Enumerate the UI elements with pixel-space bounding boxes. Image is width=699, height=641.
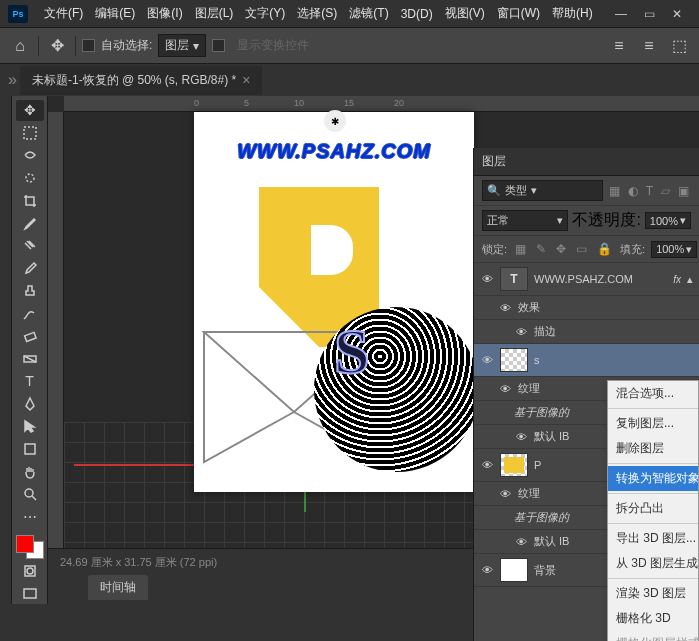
color-swatches[interactable] xyxy=(16,535,44,559)
visibility-icon[interactable]: 👁 xyxy=(498,488,512,500)
fx-badge[interactable]: fx xyxy=(673,274,681,285)
eyedropper-tool[interactable] xyxy=(16,213,44,234)
menu-edit[interactable]: 编辑(E) xyxy=(89,1,141,26)
close-button[interactable]: ✕ xyxy=(663,2,691,26)
ctx-convert-smart-object[interactable]: 转换为智能对象 xyxy=(608,466,698,491)
gradient-tool[interactable] xyxy=(16,348,44,369)
menu-view[interactable]: 视图(V) xyxy=(439,1,491,26)
visibility-icon[interactable]: 👁 xyxy=(514,431,528,443)
opacity-input[interactable]: 100%▾ xyxy=(645,212,691,229)
ctx-duplicate-layer[interactable]: 复制图层... xyxy=(608,411,698,436)
history-brush-tool[interactable] xyxy=(16,303,44,324)
visibility-icon[interactable]: 👁 xyxy=(514,536,528,548)
visibility-icon[interactable]: 👁 xyxy=(480,459,494,471)
layer-effect-row[interactable]: 👁 描边 xyxy=(474,320,699,344)
lasso-tool[interactable] xyxy=(16,145,44,166)
edit-toolbar[interactable]: ⋯ xyxy=(16,506,44,527)
lock-move-icon[interactable]: ✥ xyxy=(554,240,568,258)
visibility-icon[interactable]: 👁 xyxy=(498,302,512,314)
menu-image[interactable]: 图像(I) xyxy=(141,1,188,26)
visibility-icon[interactable]: 👁 xyxy=(480,273,494,285)
svg-line-4 xyxy=(24,356,36,362)
lock-artboard-icon[interactable]: ▭ xyxy=(574,240,589,258)
dock-toggle-icon[interactable]: » xyxy=(8,71,20,89)
menu-window[interactable]: 窗口(W) xyxy=(491,1,546,26)
ctx-export-3d[interactable]: 导出 3D 图层... xyxy=(608,526,698,551)
layer-row[interactable]: 👁 T WWW.PSAHZ.COM fx ▴ xyxy=(474,263,699,296)
layer-thumb xyxy=(500,348,528,372)
canvas[interactable]: WWW.PSAHZ.COM S xyxy=(194,112,474,492)
home-icon[interactable]: ⌂ xyxy=(8,34,32,58)
lock-pixels-icon[interactable]: ▦ xyxy=(513,240,528,258)
mode-3d-icon[interactable]: ⬚ xyxy=(667,34,691,58)
fill-input[interactable]: 100%▾ xyxy=(651,241,697,258)
layer-name: 基于图像的 xyxy=(514,510,569,525)
move-tool-icon[interactable]: ✥ xyxy=(45,34,69,58)
layer-filter-type[interactable]: 🔍类型▾ xyxy=(482,180,603,201)
layer-row[interactable]: 👁 s xyxy=(474,344,699,377)
brush-tool[interactable] xyxy=(16,258,44,279)
visibility-icon[interactable]: 👁 xyxy=(480,564,494,576)
filter-type-icon[interactable]: T xyxy=(644,182,655,200)
menu-select[interactable]: 选择(S) xyxy=(291,1,343,26)
options-bar: ⌂ ✥ 自动选择: 图层▾ 显示变换控件 ≡ ≡ ⬚ xyxy=(0,28,699,64)
move-tool[interactable]: ✥ xyxy=(16,100,44,121)
ctx-rasterize-3d[interactable]: 栅格化 3D xyxy=(608,606,698,631)
loading-spinner-icon: ✱ xyxy=(324,110,346,132)
ctx-render-3d[interactable]: 渲染 3D 图层 xyxy=(608,581,698,606)
titlebar: Ps 文件(F) 编辑(E) 图像(I) 图层(L) 文字(Y) 选择(S) 滤… xyxy=(0,0,699,28)
auto-select-checkbox[interactable] xyxy=(82,39,95,52)
lock-brush-icon[interactable]: ✎ xyxy=(534,240,548,258)
document-tab[interactable]: 未标题-1-恢复的 @ 50% (s, RGB/8#) * × xyxy=(20,66,262,95)
zoom-tool[interactable] xyxy=(16,484,44,505)
show-transform-checkbox[interactable] xyxy=(212,39,225,52)
visibility-icon[interactable]: 👁 xyxy=(480,354,494,366)
filter-shape-icon[interactable]: ▱ xyxy=(659,182,672,200)
menu-filter[interactable]: 滤镜(T) xyxy=(343,1,394,26)
auto-select-target[interactable]: 图层▾ xyxy=(158,34,206,57)
type-tool[interactable]: T xyxy=(16,371,44,392)
menu-layer[interactable]: 图层(L) xyxy=(189,1,240,26)
layer-name: 描边 xyxy=(534,324,556,339)
ps-logo: Ps xyxy=(8,5,28,23)
foreground-color[interactable] xyxy=(16,535,34,553)
tab-close-icon[interactable]: × xyxy=(242,72,250,88)
menu-help[interactable]: 帮助(H) xyxy=(546,1,599,26)
ctx-split-extrude[interactable]: 拆分凸出 xyxy=(608,496,698,521)
timeline-tab[interactable]: 时间轴 xyxy=(88,575,148,600)
quickmask-tool[interactable] xyxy=(16,561,44,582)
ctx-rasterize-style[interactable]: 栅格化图层样式 xyxy=(608,631,698,641)
lock-all-icon[interactable]: 🔒 xyxy=(595,240,614,258)
menu-file[interactable]: 文件(F) xyxy=(38,1,89,26)
path-select-tool[interactable] xyxy=(16,416,44,437)
screenmode-tool[interactable] xyxy=(16,584,44,605)
marquee-tool[interactable] xyxy=(16,123,44,144)
filter-image-icon[interactable]: ▦ xyxy=(607,182,622,200)
filter-adjust-icon[interactable]: ◐ xyxy=(626,182,640,200)
layer-name: 纹理 xyxy=(518,486,540,501)
layer-effect-row[interactable]: 👁 效果 xyxy=(474,296,699,320)
hand-tool[interactable] xyxy=(16,461,44,482)
layers-panel-title[interactable]: 图层 xyxy=(474,148,699,176)
blend-mode-select[interactable]: 正常▾ xyxy=(482,210,568,231)
opacity-label: 不透明度: xyxy=(572,210,640,231)
ctx-generate-from-3d[interactable]: 从 3D 图层生成 xyxy=(608,551,698,576)
ctx-delete-layer[interactable]: 删除图层 xyxy=(608,436,698,461)
visibility-icon[interactable]: 👁 xyxy=(498,383,512,395)
align-icon-2[interactable]: ≡ xyxy=(637,34,661,58)
filter-smart-icon[interactable]: ▣ xyxy=(676,182,691,200)
eraser-tool[interactable] xyxy=(16,326,44,347)
quick-select-tool[interactable] xyxy=(16,168,44,189)
crop-tool[interactable] xyxy=(16,190,44,211)
menu-3d[interactable]: 3D(D) xyxy=(395,3,439,25)
menu-type[interactable]: 文字(Y) xyxy=(239,1,291,26)
visibility-icon[interactable]: 👁 xyxy=(514,326,528,338)
healing-tool[interactable] xyxy=(16,235,44,256)
maximize-button[interactable]: ▭ xyxy=(635,2,663,26)
ctx-blend-options[interactable]: 混合选项... xyxy=(608,381,698,406)
align-icon-1[interactable]: ≡ xyxy=(607,34,631,58)
pen-tool[interactable] xyxy=(16,394,44,415)
shape-tool[interactable] xyxy=(16,439,44,460)
stamp-tool[interactable] xyxy=(16,281,44,302)
minimize-button[interactable]: — xyxy=(607,2,635,26)
